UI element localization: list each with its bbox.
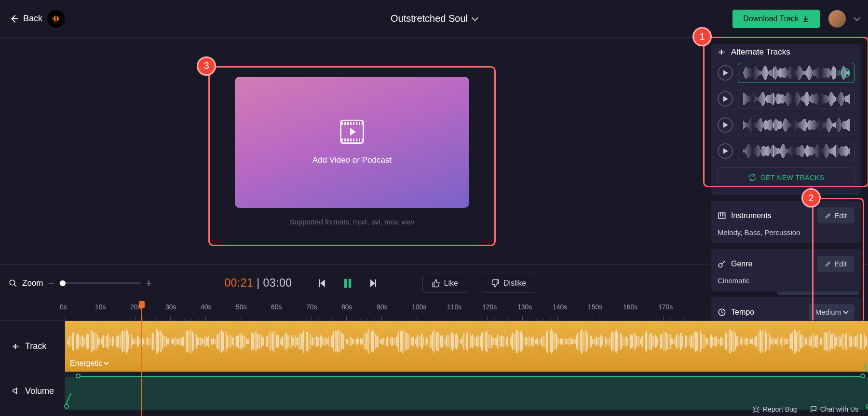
svg-point-3 xyxy=(10,280,15,285)
alternate-play-button[interactable] xyxy=(718,65,733,81)
user-menu-chevron-icon[interactable] xyxy=(854,14,860,21)
alternate-waveform[interactable] xyxy=(738,89,854,109)
zoom-slider[interactable] xyxy=(59,282,141,284)
upload-dropzone[interactable]: Add Video or Podcast xyxy=(235,77,469,208)
time-total: 03:00 xyxy=(263,277,292,289)
pause-button[interactable] xyxy=(342,277,353,290)
report-bug-button[interactable]: Report Bug xyxy=(752,405,797,413)
alternate-play-button[interactable] xyxy=(718,117,733,133)
zoom-out-button[interactable]: − xyxy=(48,277,54,290)
footer-bar: Report Bug Chat with Us xyxy=(0,402,868,416)
upload-cta-text: Add Video or Podcast xyxy=(312,155,392,165)
check-icon xyxy=(841,68,850,78)
ruler-tick: 170s xyxy=(663,301,698,320)
chevron-down-icon xyxy=(104,361,108,365)
piano-icon xyxy=(718,211,726,220)
search-icon xyxy=(9,279,17,288)
alternate-waveform[interactable] xyxy=(738,115,854,135)
callout-1-badge: 1 xyxy=(692,27,712,46)
top-bar: Back Outstretched Soul Download Track xyxy=(0,0,868,38)
arrow-left-icon xyxy=(9,14,19,24)
time-ruler[interactable]: 0s10s20s30s40s50s60s70s80s90s100s110s120… xyxy=(0,301,868,320)
instruments-panel: Instruments Edit Melody, Bass, Percussio… xyxy=(711,201,861,243)
waveform-icon xyxy=(12,342,20,351)
alternate-track-row xyxy=(718,115,854,135)
dislike-label: Dislike xyxy=(503,279,526,288)
track-title[interactable]: Outstretched Soul xyxy=(391,13,477,24)
skip-forward-button[interactable] xyxy=(367,277,379,289)
chat-icon xyxy=(810,405,817,413)
alternate-play-button[interactable] xyxy=(718,143,733,159)
waveform-icon xyxy=(718,48,726,56)
alternate-waveform[interactable] xyxy=(738,63,854,83)
zoom-in-button[interactable]: + xyxy=(146,277,152,290)
pencil-icon xyxy=(825,212,831,219)
back-button[interactable]: Back xyxy=(9,14,42,24)
callout-2-badge: 2 xyxy=(801,188,821,208)
guitar-icon xyxy=(718,260,726,268)
alternate-play-button[interactable] xyxy=(718,91,733,107)
download-label: Download Track xyxy=(743,14,799,23)
svg-rect-5 xyxy=(348,278,351,287)
alternate-track-row xyxy=(718,141,854,161)
like-button[interactable]: Like xyxy=(422,274,467,293)
supported-formats: Supported formats: mp4, avi, mov, wav xyxy=(222,218,482,226)
time-current: 00:21 xyxy=(224,277,253,289)
like-label: Like xyxy=(444,279,458,288)
chevron-down-icon xyxy=(472,14,478,21)
get-new-tracks-button[interactable]: GET NEW TRACKS xyxy=(718,167,854,188)
svg-rect-4 xyxy=(344,278,347,287)
genre-panel: Genre Edit Cinematic xyxy=(711,249,861,291)
genre-value: Cinematic xyxy=(718,277,854,285)
genre-edit-button[interactable]: Edit xyxy=(817,256,854,272)
timeline: 0s10s20s30s40s50s60s70s80s90s100s110s120… xyxy=(0,301,868,410)
instruments-value: Melody, Bass, Percussion xyxy=(718,228,854,236)
callout-3-badge: 3 xyxy=(197,56,216,76)
alternate-title: Alternate Tracks xyxy=(731,47,790,57)
back-label: Back xyxy=(23,14,42,24)
audio-region[interactable]: Energetic xyxy=(65,321,868,372)
alternate-track-row xyxy=(718,63,854,83)
bug-icon xyxy=(752,405,760,413)
zoom-label: Zoom xyxy=(22,278,43,288)
instruments-title: Instruments xyxy=(731,211,772,220)
track-row: Track Energetic xyxy=(0,320,868,372)
skip-back-button[interactable] xyxy=(316,277,328,289)
mood-selector[interactable]: Energetic xyxy=(70,359,108,368)
thumbs-up-icon xyxy=(432,279,440,288)
video-clip-icon xyxy=(340,120,364,144)
chat-button[interactable]: Chat with Us xyxy=(810,405,858,413)
track-title-text: Outstretched Soul xyxy=(391,13,468,24)
dislike-button[interactable]: Dislike xyxy=(482,274,535,293)
genre-edit-label: Edit xyxy=(834,260,847,268)
track-row-label: Track xyxy=(0,321,65,372)
app-logo xyxy=(47,10,65,28)
genre-title: Genre xyxy=(731,260,752,268)
instruments-edit-label: Edit xyxy=(834,211,847,220)
thumbs-down-icon xyxy=(491,279,500,288)
get-new-label: GET NEW TRACKS xyxy=(760,174,825,181)
download-icon xyxy=(802,15,809,22)
alternate-tracks-panel: Alternate Tracks GET NEW TRACKS xyxy=(711,44,861,195)
alternate-track-row xyxy=(718,89,854,109)
speaker-icon xyxy=(12,387,20,395)
instruments-edit-button[interactable]: Edit xyxy=(817,208,854,223)
svg-point-6 xyxy=(754,408,758,412)
refresh-icon xyxy=(748,173,757,182)
download-track-button[interactable]: Download Track xyxy=(732,10,820,28)
alternate-waveform[interactable] xyxy=(738,141,854,161)
playhead[interactable] xyxy=(141,301,142,416)
user-avatar[interactable] xyxy=(828,10,846,28)
pencil-icon xyxy=(825,261,831,267)
time-display: 00:21 | 03:00 xyxy=(224,277,292,290)
